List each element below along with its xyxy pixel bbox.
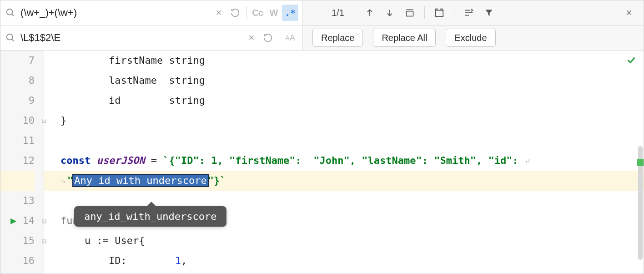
line-number: 12	[0, 151, 35, 171]
soft-wrap-icon: ⤷	[60, 177, 66, 186]
separator	[246, 6, 247, 19]
clear-find-icon[interactable]: ×	[211, 5, 227, 21]
whole-word-toggle[interactable]: W	[266, 5, 282, 21]
separator	[454, 6, 454, 19]
replace-button[interactable]: Replace	[312, 29, 363, 47]
svg-point-0	[7, 9, 13, 15]
regex-toggle[interactable]: .*	[282, 5, 298, 21]
filter-icon[interactable]	[481, 5, 497, 21]
new-window-icon[interactable]	[431, 5, 448, 21]
line-number: 15	[0, 231, 35, 251]
svg-point-10	[7, 34, 13, 40]
find-input[interactable]	[19, 4, 211, 21]
scrollbar-marker[interactable]	[637, 159, 644, 166]
history-icon[interactable]	[227, 5, 243, 21]
find-in-selection-icon[interactable]	[461, 5, 477, 21]
svg-line-1	[12, 14, 14, 16]
clear-replace-icon[interactable]: ×	[243, 30, 260, 46]
replace-all-button[interactable]: Replace All	[373, 29, 436, 47]
separator	[279, 31, 279, 44]
line-number: 7	[0, 51, 35, 71]
svg-rect-6	[436, 10, 443, 17]
close-panel-icon[interactable]: ×	[621, 5, 637, 21]
replace-input[interactable]	[19, 29, 243, 46]
svg-line-11	[12, 39, 14, 41]
line-number: 16	[0, 251, 35, 271]
gutter: 7 8 9 10 11 12 13 ▶ 14 15 16	[0, 51, 44, 274]
line-number: ▶ 14	[0, 211, 35, 231]
prev-match-icon[interactable]	[362, 5, 378, 21]
svg-rect-4	[406, 11, 413, 16]
search-match-highlight: Any_id_with_underscore	[73, 175, 207, 186]
next-match-icon[interactable]	[382, 5, 398, 21]
replace-search-icon	[2, 30, 19, 46]
run-gutter-icon[interactable]: ▶	[10, 215, 16, 226]
match-count: 1/1	[332, 8, 344, 18]
line-number: 9	[0, 91, 35, 111]
inspection-ok-icon[interactable]	[626, 55, 636, 67]
line-number	[0, 171, 35, 191]
fold-icon[interactable]: ⊟	[41, 211, 47, 231]
fold-gutter: ⊟ ⊟ ⊟	[44, 51, 54, 274]
preserve-case-toggle[interactable]: AA	[282, 30, 298, 46]
line-number: 10	[0, 111, 35, 131]
soft-wrap-icon: ⤶	[524, 157, 530, 166]
fold-icon[interactable]: ⊟	[41, 231, 47, 251]
results-panel: 1/1 ×	[302, 0, 644, 25]
find-panel: × Cc W .*	[0, 0, 302, 25]
fold-icon[interactable]: ⊟	[41, 111, 47, 131]
search-icon	[2, 5, 19, 21]
separator	[424, 6, 425, 19]
select-all-icon[interactable]	[402, 5, 418, 21]
replace-preview-tooltip: any_id_with_underscore	[74, 206, 226, 227]
line-number: 11	[0, 131, 35, 151]
replace-buttons-panel: Replace Replace All Exclude	[302, 25, 644, 50]
exclude-button[interactable]: Exclude	[446, 29, 495, 47]
replace-panel: × AA	[0, 25, 302, 50]
code-area[interactable]: firstName string lastName string id stri…	[54, 51, 644, 274]
line-number: 8	[0, 71, 35, 91]
match-case-toggle[interactable]: Cc	[249, 5, 266, 21]
line-number: 13	[0, 191, 35, 211]
replace-history-icon[interactable]	[260, 30, 276, 46]
editor[interactable]: 7 8 9 10 11 12 13 ▶ 14 15 16 ⊟ ⊟ ⊟ first…	[0, 51, 644, 274]
